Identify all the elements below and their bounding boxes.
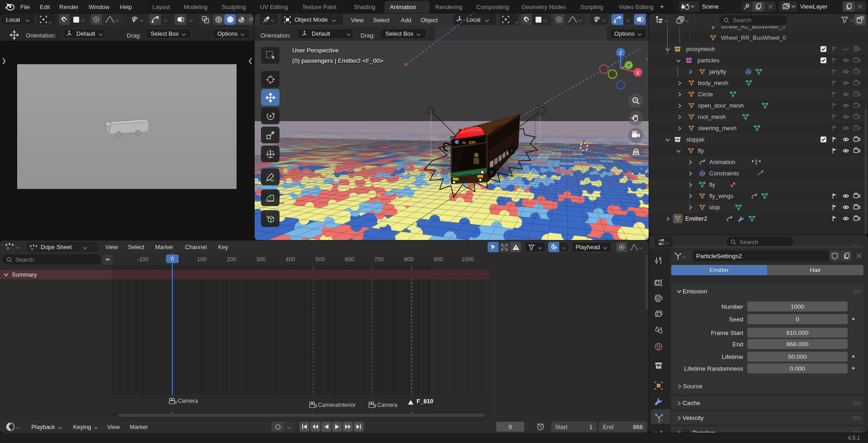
svg-text:ɷ EPI: ɷ EPI — [462, 140, 476, 145]
svg-text:X: X — [636, 70, 640, 75]
svg-text:Z: Z — [619, 50, 622, 56]
svg-text:Y: Y — [627, 63, 630, 68]
